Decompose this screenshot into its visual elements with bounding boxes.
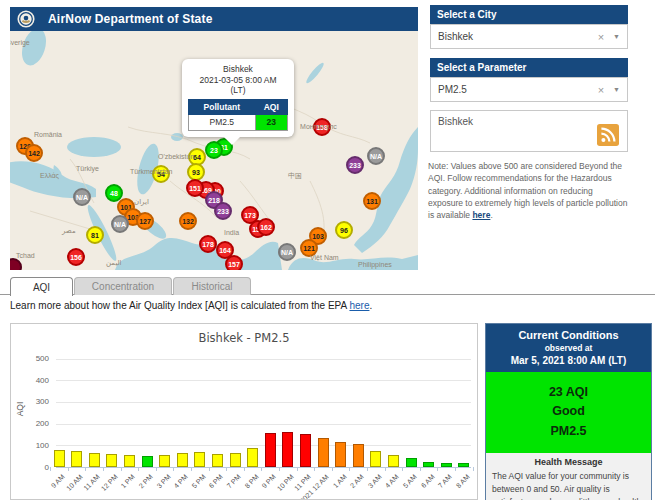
cc-datetime: Mar 5, 2021 8:00 AM (LT) <box>488 355 649 366</box>
chart-x-tick <box>455 467 456 471</box>
map-aqi-marker[interactable]: 178 <box>199 235 217 253</box>
popup-timezone: (LT) <box>188 85 288 96</box>
map-aqi-marker[interactable]: N/A <box>111 215 129 233</box>
chart-bar <box>388 455 399 467</box>
chart-x-tick <box>209 467 210 471</box>
chart-x-axis-line <box>56 467 471 468</box>
map-place-label: Tchad <box>16 252 35 259</box>
cc-aqi-value: 23 AQI <box>488 383 649 402</box>
chart-bar <box>230 453 241 467</box>
app-header: AirNow Department of State <box>10 7 418 31</box>
map-aqi-marker[interactable]: 233 <box>214 202 232 220</box>
chart-x-tick <box>385 467 386 471</box>
city-select[interactable]: Bishkek × ▼ <box>430 24 628 49</box>
parameter-select[interactable]: PM2.5 × ▼ <box>430 77 628 102</box>
chart-bar <box>106 454 117 467</box>
chart-y-tick-label: 300 <box>19 397 49 406</box>
chart-y-tick-label: 400 <box>19 376 49 385</box>
map-aqi-marker[interactable]: 162 <box>257 218 275 236</box>
map-place-label: India <box>224 229 239 236</box>
popup-aqi-value: 23 <box>255 114 287 130</box>
map-aqi-marker[interactable]: 151 <box>186 179 204 197</box>
popup-table: Pollutant AQI PM2.5 23 <box>188 99 288 131</box>
chart-bar <box>423 462 434 467</box>
learn-more-prefix: Learn more about how the Air Quality Ind… <box>10 300 349 311</box>
tab-aqi[interactable]: AQI <box>10 277 73 296</box>
chart-x-tick <box>420 467 421 471</box>
beyond-aqi-note: Note: Values above 500 are considered Be… <box>428 160 630 222</box>
chart-bar <box>177 453 188 467</box>
chart-bar <box>247 448 258 467</box>
map-aqi-marker[interactable]: 96 <box>335 221 353 239</box>
map-place-label: مصر <box>62 227 76 235</box>
note-here-link[interactable]: here <box>472 210 490 220</box>
map-aqi-marker[interactable]: N/A <box>367 147 385 165</box>
map-popup: Bishkek 2021-03-05 8:00 AM (LT) Pollutan… <box>182 59 294 137</box>
map-aqi-marker[interactable]: 142 <box>25 144 43 162</box>
chart-x-tick <box>244 467 245 471</box>
popup-pollutant-value: PM2.5 <box>189 114 256 130</box>
cc-observed-at: observed at <box>488 343 649 353</box>
learn-more-period: . <box>369 300 372 311</box>
map-place-label: اليمن <box>106 259 122 267</box>
map-aqi-marker[interactable]: 233 <box>346 156 364 174</box>
map-place-label: Türkmenistan <box>130 168 172 175</box>
popup-col-aqi: AQI <box>255 99 287 114</box>
chart-bar <box>318 438 329 467</box>
map-aqi-marker[interactable]: N/A <box>73 188 91 206</box>
chart-title: Bishkek - PM2.5 <box>11 331 477 345</box>
chart-bar <box>458 463 469 467</box>
tab-historical[interactable]: Historical <box>173 277 251 295</box>
parameter-chevron-down-icon[interactable]: ▼ <box>613 86 620 93</box>
chart-y-tick-label: 500 <box>19 354 49 363</box>
cc-health-block: Health Message The AQI value for your co… <box>486 453 651 500</box>
chart-gridline <box>56 359 471 360</box>
cc-health-title: Health Message <box>492 457 645 467</box>
cc-title: Current Conditions <box>488 329 649 341</box>
map-aqi-marker[interactable]: 132 <box>179 212 197 230</box>
current-conditions-panel: Current Conditions observed at Mar 5, 20… <box>485 323 652 500</box>
map-aqi-marker[interactable]: 131 <box>363 192 381 210</box>
chart-x-tick <box>156 467 157 471</box>
map-aqi-marker[interactable]: 127 <box>136 212 154 230</box>
aqi-world-map[interactable]: 129142N/A4854649331231901691512182331011… <box>10 31 418 270</box>
map-aqi-marker[interactable]: 81 <box>86 226 104 244</box>
dos-seal-icon <box>17 10 35 28</box>
city-clear-icon[interactable]: × <box>598 31 604 43</box>
popup-datetime: 2021-03-05 8:00 AM <box>188 75 288 86</box>
chart-x-tick <box>226 467 227 471</box>
map-place-label: Ελλάς <box>40 172 59 179</box>
chart-x-tick <box>121 467 122 471</box>
chart-x-tick <box>297 467 298 471</box>
tab-concentration[interactable]: Concentration <box>74 277 172 295</box>
chart-bar <box>300 434 311 467</box>
note-text: Note: Values above 500 are considered Be… <box>428 161 627 220</box>
map-aqi-marker[interactable]: 156 <box>67 248 85 266</box>
chart-y-tick-label: 100 <box>19 441 49 450</box>
popup-col-pollutant: Pollutant <box>189 99 256 114</box>
rss-icon[interactable] <box>597 124 619 146</box>
chart-x-tick <box>173 467 174 471</box>
map-place-label: ايران <box>134 198 149 206</box>
chart-x-tick <box>138 467 139 471</box>
chart-bar <box>159 455 170 467</box>
chart-gridline <box>56 402 471 403</box>
note-period: . <box>490 210 492 220</box>
learn-more-here-link[interactable]: here <box>349 300 369 311</box>
chart-x-tick <box>50 467 51 471</box>
map-aqi-marker[interactable]: 23 <box>205 141 223 159</box>
chart-bar <box>406 458 417 467</box>
chart-x-tick <box>332 467 333 471</box>
map-place-label: România <box>34 131 62 138</box>
app-title: AirNow Department of State <box>48 12 213 26</box>
select-parameter-header: Select a Parameter <box>430 58 628 77</box>
map-aqi-marker[interactable]: 157 <box>225 255 243 270</box>
chart-bar <box>89 453 100 467</box>
parameter-clear-icon[interactable]: × <box>598 84 604 96</box>
city-chevron-down-icon[interactable]: ▼ <box>613 33 620 40</box>
chart-bar <box>370 451 381 467</box>
cc-aqi-category: Good <box>488 402 649 421</box>
chart-x-tick <box>68 467 69 471</box>
chart-x-tick <box>314 467 315 471</box>
map-aqi-marker[interactable]: N/A <box>278 243 296 261</box>
